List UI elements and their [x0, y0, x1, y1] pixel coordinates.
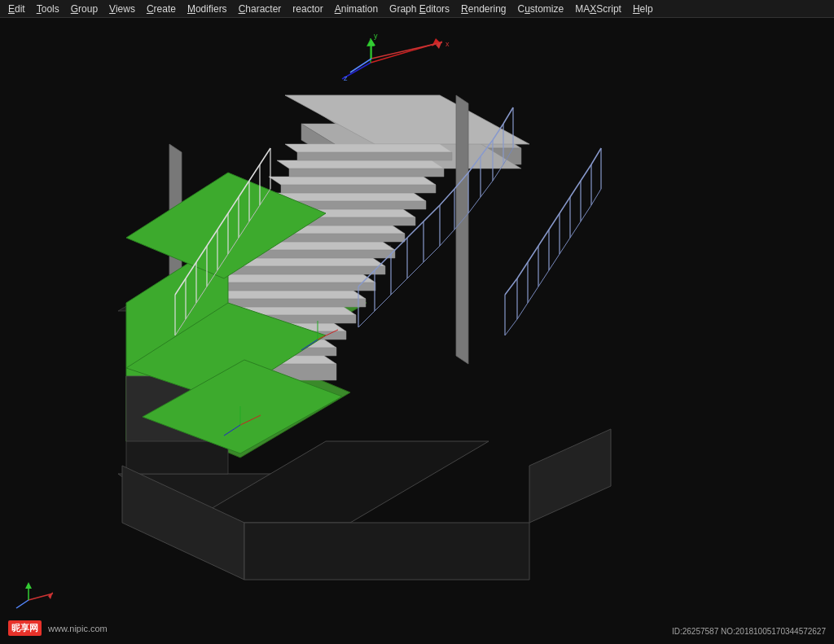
svg-marker-31	[297, 152, 452, 160]
menu-views[interactable]: Views	[104, 2, 140, 16]
svg-text:y: y	[374, 32, 378, 40]
svg-marker-20	[269, 177, 436, 185]
scene-svg: x y z	[0, 18, 834, 644]
menu-modifiers[interactable]: Modifiers	[182, 2, 232, 16]
svg-marker-33	[281, 185, 436, 193]
svg-marker-55	[244, 523, 529, 580]
svg-marker-26	[208, 274, 375, 283]
watermark-id: ID:26257587 NO:20181005170344572627	[672, 627, 826, 636]
viewport[interactable]: x y z 昵享网 www.nipic.com ID:26257587 NO:2…	[0, 18, 834, 644]
menu-group[interactable]: Group	[66, 2, 103, 16]
svg-marker-32	[289, 169, 444, 177]
menu-help[interactable]: Help	[628, 2, 658, 16]
watermark-logo: 昵享网	[8, 620, 42, 636]
menu-character[interactable]: Character	[234, 2, 287, 16]
watermark-container: 昵享网 www.nipic.com	[8, 620, 108, 636]
svg-marker-19	[277, 160, 444, 169]
menu-reactor[interactable]: reactor	[288, 2, 327, 16]
svg-marker-18	[285, 144, 452, 152]
watermark-url: www.nipic.com	[48, 624, 108, 633]
menu-graph-editors[interactable]: Graph Editors	[384, 2, 454, 16]
menu-animation[interactable]: Animation	[330, 2, 383, 16]
menubar: Edit Tools Group Views Create Modifiers …	[0, 0, 834, 18]
menu-tools[interactable]: Tools	[32, 2, 64, 16]
svg-text:z: z	[344, 74, 348, 82]
menu-rendering[interactable]: Rendering	[456, 2, 511, 16]
menu-customize[interactable]: Customize	[513, 2, 569, 16]
menu-create[interactable]: Create	[142, 2, 181, 16]
menu-edit[interactable]: Edit	[3, 2, 30, 16]
svg-marker-47	[456, 95, 468, 364]
menu-maxscript[interactable]: MAXScript	[570, 2, 626, 16]
svg-marker-38	[230, 266, 385, 274]
svg-text:x: x	[446, 40, 450, 48]
svg-marker-39	[221, 283, 375, 291]
